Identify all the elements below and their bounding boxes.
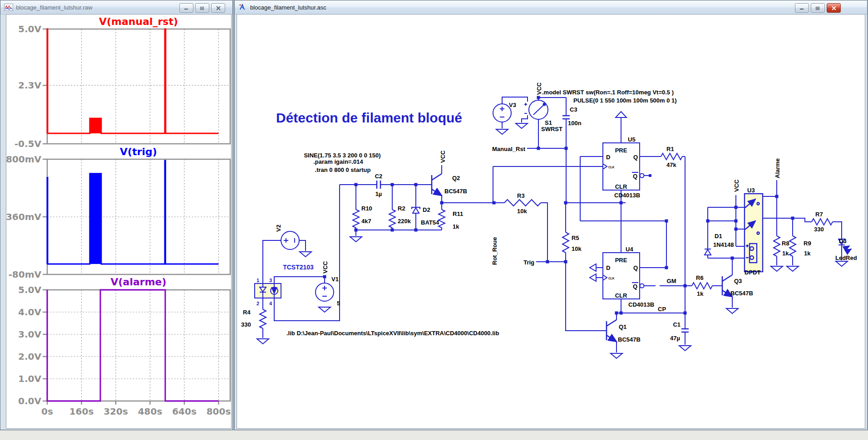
plot-pane-V(trig)[interactable]: 800mV360mV-80mVV(trig) <box>6 146 230 280</box>
optocoupler-tcst2103[interactable] <box>255 284 281 298</box>
value-q1: BC547B <box>618 336 641 343</box>
relay-u3[interactable] <box>745 194 763 272</box>
resistor-r3[interactable] <box>504 200 541 206</box>
resistor-r6[interactable] <box>692 283 712 289</box>
value-d2: BAT54 <box>421 219 439 226</box>
value-u5: CD4013B <box>614 192 640 199</box>
value-r8: 1k <box>782 250 789 257</box>
transistor-q1[interactable] <box>607 320 616 342</box>
x-tick-label: 480s <box>138 406 163 417</box>
resistor-r2[interactable] <box>389 210 395 228</box>
minimize-button[interactable] <box>179 3 193 13</box>
capacitor-c3[interactable] <box>562 116 570 119</box>
y-tick-label: 2.3V <box>18 80 41 91</box>
label-r10: R10 <box>361 205 372 212</box>
trace-V(alarme)[interactable] <box>47 290 219 401</box>
value-r1: 47k <box>666 161 676 168</box>
value-r2: 220k <box>398 218 411 225</box>
minimize-icon <box>184 6 189 10</box>
u4-pin-pre: PRE <box>615 257 627 264</box>
opto-pin-1: 1 <box>256 278 259 283</box>
label-r4: R4 <box>243 309 251 316</box>
close-button[interactable] <box>827 3 841 13</box>
vcc-flag-u5[interactable] <box>616 112 626 143</box>
resistor-r5[interactable] <box>562 232 569 253</box>
schematic-title: Détection de filament bloqué <box>276 110 462 125</box>
value-u4: CD4013B <box>628 301 654 308</box>
resistor-r1[interactable] <box>661 153 682 160</box>
x-tick-label: 160s <box>69 406 94 417</box>
capacitor-c2[interactable] <box>377 181 380 189</box>
plot-pane-V(manual_rst)[interactable]: 5.0V2.3V-0.5VV(manual_rst) <box>15 16 230 149</box>
trace-title[interactable]: V(alarme) <box>110 276 166 288</box>
y-tick-label: -0.5V <box>15 138 42 149</box>
value-c2: 1µ <box>375 191 382 197</box>
minimize-icon <box>799 6 804 10</box>
label-r3: R3 <box>517 192 525 199</box>
restore-icon <box>200 6 205 10</box>
x-tick-label: 640s <box>172 406 197 417</box>
label-u3: U3 <box>747 187 755 194</box>
y-tick-label: 1.0V <box>18 373 41 384</box>
y-tick-label: 360mV <box>6 211 42 222</box>
trace-pulse <box>90 118 101 133</box>
schematic-canvas[interactable]: Détection de filament bloquéSINE(1.75 3.… <box>237 14 865 429</box>
restore-icon <box>815 6 820 10</box>
vsource-v1[interactable] <box>316 283 334 301</box>
close-button[interactable] <box>211 3 225 13</box>
vsource-v2[interactable] <box>281 231 299 249</box>
trace-title[interactable]: V(manual_rst) <box>99 16 178 27</box>
trace-V(trig)[interactable] <box>47 161 219 264</box>
label-r11: R11 <box>453 210 463 217</box>
close-icon <box>832 6 836 10</box>
app-icon-waveform <box>4 4 13 11</box>
resistor-r10[interactable] <box>353 210 359 228</box>
opto-pin-3: 3 <box>269 278 272 283</box>
resistor-r11[interactable] <box>439 210 445 228</box>
pane-border <box>47 290 230 401</box>
label-r7: R7 <box>815 211 823 218</box>
resistor-r8[interactable] <box>774 236 780 256</box>
capacitor-c1[interactable] <box>681 329 689 332</box>
label-u4: U4 <box>626 246 633 253</box>
value-d1: 1N4148 <box>713 241 734 248</box>
y-tick-label: 0.0V <box>18 396 41 406</box>
label-c1: C1 <box>673 321 681 328</box>
value-r9: 1k <box>804 250 811 257</box>
waveform-plot-area[interactable]: 5.0V2.3V-0.5VV(manual_rst)800mV360mV-80m… <box>6 14 232 429</box>
schematic-titlebar[interactable]: blocage_filament_lutshur.asc <box>235 0 867 15</box>
label-r8: R8 <box>782 240 789 247</box>
value-r11: 1k <box>453 223 459 230</box>
label-d2: D2 <box>423 206 430 213</box>
trace-V(manual_rst)[interactable] <box>47 29 219 133</box>
resistor-r7[interactable] <box>812 219 833 225</box>
y-tick-label: 5.0V <box>18 24 41 34</box>
minimize-button[interactable] <box>795 3 809 13</box>
plot-pane-V(alarme)[interactable]: 5.0V4.0V3.0V2.0V1.0V0.0V0s160s320s480s64… <box>18 276 231 417</box>
label-q1: Q1 <box>619 323 626 330</box>
label-r1: R1 <box>666 146 674 152</box>
value-r10: 4k7 <box>361 218 371 225</box>
label-r2: R2 <box>398 205 405 212</box>
value-q2: BC547B <box>444 188 467 195</box>
u5-pin-q: Q <box>633 154 638 161</box>
flag-vcc-u3: VCC <box>733 179 740 192</box>
resistor-r9[interactable] <box>789 236 796 256</box>
vsource-v3[interactable] <box>493 104 511 122</box>
waveform-titlebar[interactable]: blocage_filament_lutshur.raw <box>0 0 232 15</box>
label-c3: C3 <box>570 106 577 113</box>
trace-title[interactable]: V(trig) <box>120 146 157 157</box>
y-tick-label: 5.0V <box>18 284 41 295</box>
label-v1: V1 <box>331 276 339 283</box>
restore-button[interactable] <box>811 3 825 13</box>
diode-d1[interactable] <box>705 249 711 255</box>
waveform-window: blocage_filament_lutshur.raw 5.0V2.3V-0.… <box>0 0 233 430</box>
diode-d2[interactable] <box>412 207 420 213</box>
transistor-q2[interactable] <box>432 174 442 196</box>
restore-button[interactable] <box>195 3 209 13</box>
y-tick-label: 2.0V <box>18 351 41 362</box>
opto-pin-2: 2 <box>256 301 259 306</box>
y-tick-label: -80mV <box>9 269 42 280</box>
resistor-r4[interactable] <box>260 309 266 328</box>
net-alarme: Alarme <box>774 158 781 178</box>
